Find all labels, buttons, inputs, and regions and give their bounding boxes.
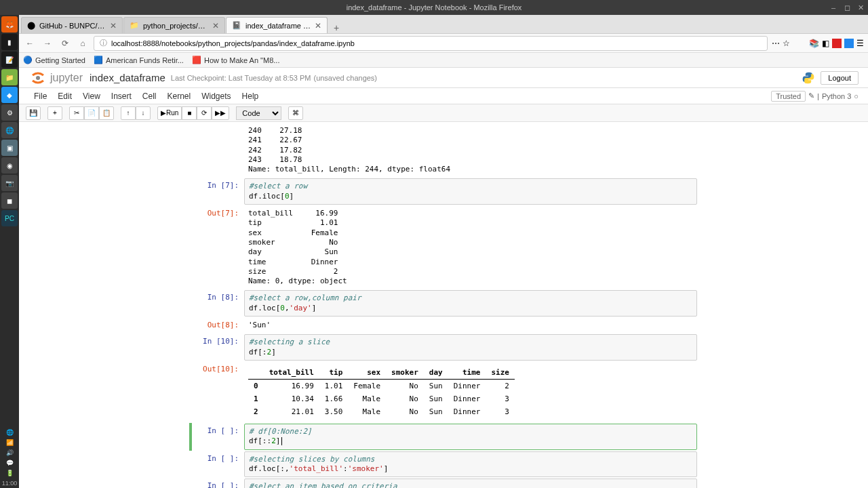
kernel-name[interactable]: Python 3 [822,92,851,100]
code-cell[interactable]: In [7]: #select a row df.iloc[0] [190,178,697,205]
menu-insert[interactable]: Insert [106,92,137,101]
dock-files[interactable]: 📁 [1,69,18,85]
dock-indicator1[interactable]: 🌐 [3,428,16,437]
output-cell: Out[8]: 'Sun' [190,318,697,333]
info-icon: ⓘ [100,38,107,48]
output-prompt: Out[10]: [190,362,244,422]
dock-app3[interactable]: 🌐 [1,122,18,138]
logout-button[interactable]: Logout [821,71,859,85]
code-cell[interactable]: In [8]: #select a row,column pair df.loc… [190,290,697,317]
sidebar-icon[interactable]: ◧ [822,39,829,48]
input-prompt: In [ ]: [190,451,244,478]
dock-app1[interactable]: ◆ [1,87,18,103]
bookmark-american-funds[interactable]: 🟦 American Funds Retir... [94,56,184,64]
dock-indicator3[interactable]: 🔊 [3,448,16,458]
command-palette-button[interactable]: ⌘ [288,106,303,120]
dock-indicator4[interactable]: 💬 [3,458,16,468]
tab-github[interactable]: ⬤ GitHub - BUNPC/Homer3 ✕ [21,17,123,33]
input-prompt: In [10]: [190,334,244,361]
dock-indicator2[interactable]: 📶 [3,438,16,447]
home-button[interactable]: ⌂ [76,37,90,50]
close-button[interactable]: ✕ [856,3,865,12]
desktop-dock: 🦊 ▮ 📝 📁 ◆ ⚙ 🌐 ▣ ◉ 📷 ◼ PC 🌐 📶 🔊 💬 🔋 11:00 [0,15,19,488]
minimize-button[interactable]: – [829,3,838,12]
menu-view[interactable]: View [77,92,106,101]
restart-button[interactable]: ⟳ [197,106,212,120]
code-cell[interactable]: In [ ]: #selecting slices by columns df.… [190,451,697,478]
menu-edit[interactable]: Edit [52,92,77,101]
save-button[interactable]: 💾 [26,106,41,120]
menu-kernel[interactable]: Kernel [162,92,197,101]
dock-indicator5[interactable]: 🔋 [3,468,16,478]
new-tab-button[interactable]: + [328,22,344,33]
menu-widgets[interactable]: Widgets [196,92,236,101]
notebook-menubar: File Edit View Insert Cell Kernel Widget… [19,88,868,104]
forward-button[interactable]: → [41,37,54,50]
page-icon: 🟦 [94,56,103,64]
dock-clock[interactable]: 11:00 [3,479,16,488]
more-icon[interactable]: ⋯ [772,39,780,48]
paste-button[interactable]: 📋 [99,106,114,120]
run-button[interactable]: ▶ Run [157,106,182,120]
code-cell[interactable]: In [ ]: #select an item based on criteri… [190,479,697,488]
dock-app6[interactable]: 📷 [1,175,18,191]
move-down-button[interactable]: ↓ [136,106,151,120]
bookmark-m8[interactable]: 🟥 How to Make An "M8... [192,56,280,64]
dock-firefox[interactable]: 🦊 [1,16,18,33]
ext-icon1[interactable] [832,39,842,48]
cut-button[interactable]: ✂ [69,106,84,120]
stop-button[interactable]: ■ [182,106,197,120]
dock-gedit[interactable]: 📝 [1,52,18,68]
edit-icon[interactable]: ✎ [808,92,814,100]
output-cell: Out[7]: total_bill 16.99 tip 1.01 sex Fe… [190,206,697,289]
close-icon[interactable]: ✕ [315,21,321,30]
checkpoint-text: Last Checkpoint: Last Tuesday at 8:53 PM [171,74,311,82]
close-icon[interactable]: ✕ [212,21,219,30]
close-icon[interactable]: ✕ [110,21,117,30]
input-prompt: In [8]: [190,290,244,317]
dock-terminal[interactable]: ▮ [1,34,18,50]
move-up-button[interactable]: ↑ [121,106,136,120]
cell-type-select[interactable]: Code [236,106,281,120]
python-icon [802,71,815,85]
bookmark-star-icon[interactable]: ☆ [783,39,790,48]
browser-tabs: ⬤ GitHub - BUNPC/Homer3 ✕ 📁 python_proje… [19,15,868,34]
copy-button[interactable]: 📄 [84,106,99,120]
url-bar: ← → ⟳ ⌂ ⓘ localhost:8888/notebooks/pytho… [19,34,868,53]
ext-icon2[interactable] [844,39,854,48]
notebook-title[interactable]: index_dataframe [90,72,165,83]
dock-app2[interactable]: ⚙ [1,104,18,121]
unsaved-text: (unsaved changes) [313,74,377,82]
jupyter-logo[interactable]: jupyter [28,68,83,87]
url-input[interactable]: ⓘ localhost:8888/notebooks/python_projec… [94,36,768,51]
folder-icon: 📁 [130,21,139,30]
menu-icon[interactable]: ☰ [856,39,864,48]
reload-button[interactable]: ⟳ [58,37,72,50]
dock-app7[interactable]: ◼ [1,192,18,209]
restart-run-button[interactable]: ▶▶ [212,106,229,120]
output-prompt: Out[8]: [190,318,244,333]
tab-notebook[interactable]: 📓 index_dataframe - Jupyter No ✕ [226,17,328,33]
output-cell: 240 27.18 241 22.67 242 17.82 243 18.78 … [190,123,697,177]
output-prompt: Out[7]: [190,206,244,289]
tab-pandas[interactable]: 📁 python_projects/pandas/ ✕ [123,17,225,33]
code-cell-active[interactable]: In [ ]: # df[0:None:2] df[::2] [190,424,697,450]
code-cell[interactable]: In [10]: #selecting a slice df[:2] [190,334,697,361]
window-title-bar: index_dataframe - Jupyter Notebook - Moz… [0,0,868,15]
maximize-button[interactable]: ◻ [842,3,852,12]
svg-point-0 [36,76,40,80]
menu-help[interactable]: Help [237,92,264,101]
menu-cell[interactable]: Cell [137,92,162,101]
dock-app4[interactable]: ▣ [1,140,18,156]
menu-file[interactable]: File [28,92,52,101]
library-icon[interactable]: 📚 [809,39,819,48]
logo-icon: 🔵 [23,56,33,64]
output-cell: Out[10]: total_billtipsexsmokerdaytimesi… [190,362,697,422]
trusted-indicator[interactable]: Trusted [771,91,806,102]
add-cell-button[interactable]: + [47,106,62,120]
dock-app5[interactable]: ◉ [1,157,18,174]
back-button[interactable]: ← [23,37,37,50]
notebook-scroll[interactable]: 240 27.18 241 22.67 242 17.82 243 18.78 … [19,122,868,488]
dock-pycharm[interactable]: PC [1,210,18,226]
bookmark-getting-started[interactable]: 🔵 Getting Started [23,56,85,64]
